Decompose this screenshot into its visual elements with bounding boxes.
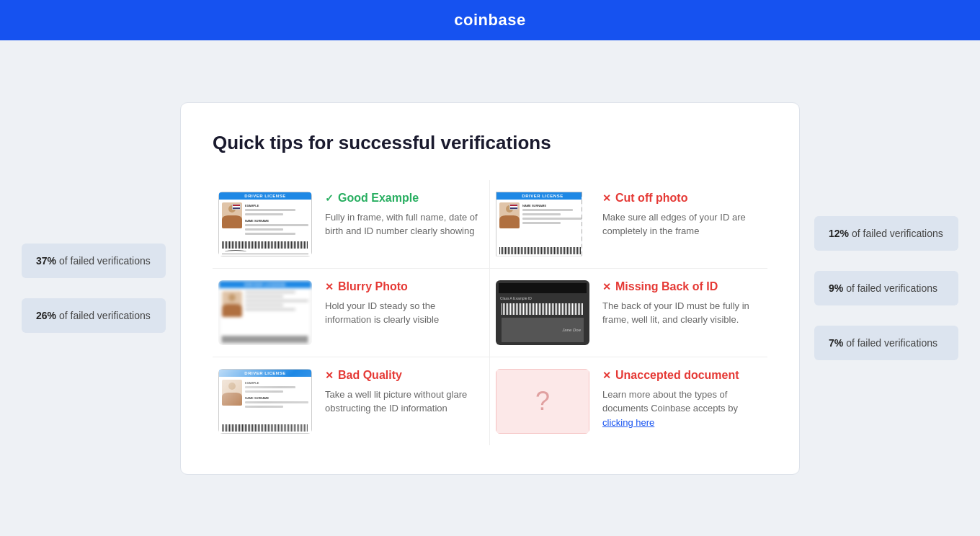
- right-stat-2-label: of failed verifications: [846, 282, 937, 294]
- bad-quality-title-text: Bad Quality: [338, 369, 402, 382]
- example-unaccepted-content: ✕ Unaccepted document Learn more about t…: [602, 369, 762, 430]
- blurry-title-text: Blurry Photo: [338, 280, 408, 293]
- left-stat-1-label: of failed verifications: [59, 255, 151, 267]
- x-icon-cutoff: ✕: [602, 192, 611, 204]
- example-missing-back-desc: The back of your ID must be fully in fra…: [602, 299, 762, 327]
- right-stat-2: 9% of failed verifications: [814, 271, 958, 305]
- example-good-content: ✓ Good Example Fully in frame, with full…: [325, 192, 484, 238]
- main-card: Quick tips for successful verifications …: [180, 102, 800, 475]
- example-blurry: DRIVER LICENSE: [213, 269, 490, 357]
- example-unaccepted-desc: Learn more about the types of documents …: [602, 388, 762, 430]
- example-good-desc: Fully in frame, with full name, date of …: [325, 210, 484, 238]
- unaccepted-title-text: Unaccepted document: [615, 369, 739, 382]
- coinbase-logo: coinbase: [454, 11, 525, 30]
- x-icon-blurry: ✕: [325, 281, 334, 292]
- cutoff-title-text: Cut off photo: [615, 192, 687, 205]
- missing-back-title-text: Missing Back of ID: [615, 280, 718, 293]
- example-good-title: ✓ Good Example: [325, 192, 484, 205]
- id-thumbnail-good: DRIVER LICENSE EXAMPLE NAME SURNAME: [218, 192, 312, 256]
- example-good: DRIVER LICENSE EXAMPLE NAME SURNAME: [213, 180, 490, 269]
- example-cutoff-desc: Make sure all edges of your ID are compl…: [602, 210, 762, 238]
- check-icon: ✓: [325, 192, 334, 204]
- examples-grid: DRIVER LICENSE EXAMPLE NAME SURNAME: [213, 180, 767, 445]
- example-bad-quality: DRIVER LICENSE EXAMPLE NAME SURNAME: [213, 357, 490, 445]
- example-unaccepted-title: ✕ Unaccepted document: [602, 369, 762, 382]
- example-bad-quality-desc: Take a well lit picture without glare ob…: [325, 388, 484, 416]
- x-icon-bad: ✕: [325, 370, 334, 381]
- id-thumbnail-back: Class A Example ID Jane Doe: [496, 280, 589, 345]
- right-stat-2-percent: 9%: [829, 282, 843, 294]
- question-mark-icon: ?: [535, 386, 550, 416]
- left-stat-2: 26% of failed verifications: [22, 298, 166, 333]
- example-missing-back: Class A Example ID Jane Doe ✕ Missing Ba…: [490, 269, 767, 357]
- example-cutoff-title: ✕ Cut off photo: [602, 192, 762, 205]
- id-thumbnail-cutoff: DRIVER LICENSE NAME SURNAME: [496, 192, 589, 256]
- example-missing-back-title: ✕ Missing Back of ID: [602, 280, 762, 293]
- id-thumbnail-blurry: DRIVER LICENSE: [218, 280, 312, 345]
- left-stats-panel: 37% of failed verifications 26% of faile…: [22, 244, 166, 333]
- main-area: 37% of failed verifications 26% of faile…: [0, 40, 980, 536]
- example-bad-quality-title: ✕ Bad Quality: [325, 369, 484, 382]
- example-cutoff: DRIVER LICENSE NAME SURNAME: [490, 180, 767, 269]
- right-stat-1-percent: 12%: [829, 228, 849, 239]
- example-blurry-title: ✕ Blurry Photo: [325, 280, 484, 293]
- right-stat-3-label: of failed verifications: [846, 337, 937, 349]
- example-bad-quality-content: ✕ Bad Quality Take a well lit picture wi…: [325, 369, 484, 416]
- example-missing-back-content: ✕ Missing Back of ID The back of your ID…: [602, 280, 762, 327]
- right-stat-3-percent: 7%: [829, 337, 843, 349]
- example-cutoff-content: ✕ Cut off photo Make sure all edges of y…: [602, 192, 762, 238]
- right-stat-1-label: of failed verifications: [852, 228, 943, 239]
- id-thumbnail-unaccepted: ?: [496, 369, 589, 434]
- page-title: Quick tips for successful verifications: [213, 132, 767, 154]
- left-stat-2-percent: 26%: [36, 310, 56, 321]
- top-header: coinbase: [0, 0, 980, 40]
- left-stat-1-percent: 37%: [36, 255, 56, 267]
- good-title-text: Good Example: [338, 192, 419, 205]
- clicking-here-link[interactable]: clicking here: [602, 417, 654, 428]
- x-icon-back: ✕: [602, 281, 611, 292]
- right-stat-3: 7% of failed verifications: [814, 326, 958, 360]
- x-icon-unaccepted: ✕: [602, 370, 611, 381]
- left-stat-2-label: of failed verifications: [59, 310, 151, 321]
- id-thumbnail-bad: DRIVER LICENSE EXAMPLE NAME SURNAME: [218, 369, 312, 434]
- example-unaccepted: ? ✕ Unaccepted document Learn more about…: [490, 357, 767, 445]
- right-stat-1: 12% of failed verifications: [814, 216, 958, 251]
- example-blurry-desc: Hold your ID steady so the information i…: [325, 299, 484, 327]
- right-stats-panel: 12% of failed verifications 9% of failed…: [814, 216, 958, 360]
- left-stat-1: 37% of failed verifications: [22, 244, 166, 278]
- example-blurry-content: ✕ Blurry Photo Hold your ID steady so th…: [325, 280, 484, 327]
